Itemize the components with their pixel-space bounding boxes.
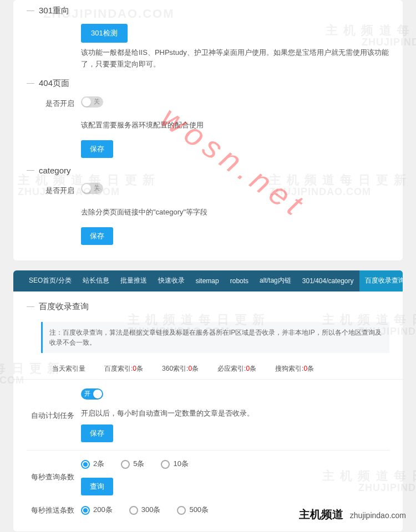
save-auto-task-button[interactable]: 保存: [81, 424, 113, 442]
stats-row: 当天索引量 百度索引:0条 360索引:0条 必应索引:0条 搜狗索引:0条: [13, 359, 403, 380]
radio-icon[interactable]: [177, 506, 186, 515]
radio-icon[interactable]: [81, 506, 90, 515]
nav-item[interactable]: robots: [225, 270, 254, 291]
toggle-category[interactable]: 关: [81, 183, 103, 194]
note-box: 注：百度收录查询，算法是根据文章链接及标题在服务器所在IP区域是否收录，并非本地…: [41, 322, 389, 353]
nav-item[interactable]: 站长信息: [77, 270, 115, 291]
nav-item[interactable]: 快速收录: [153, 270, 190, 291]
section-title-404: 404页面: [13, 75, 403, 92]
push-per-sec-option[interactable]: 500条: [177, 504, 209, 516]
toggle-404[interactable]: 关: [81, 96, 103, 108]
section-title-baidu: 百度收录查询: [13, 298, 403, 315]
radio-icon[interactable]: [81, 460, 90, 469]
nav-item[interactable]: sitemap: [190, 270, 225, 291]
enable-label: 是否开启: [27, 99, 81, 109]
section-title-301: 301重向: [13, 2, 403, 19]
nav-item[interactable]: SEO首页/分类: [23, 270, 77, 291]
save-category-button[interactable]: 保存: [81, 227, 113, 245]
query-per-sec-label: 每秒查询条数: [27, 472, 81, 482]
baidu-panel: SEO首页/分类站长信息批量推送快速收录sitemaprobotsalt/tag…: [13, 270, 403, 531]
auto-task-desc: 开启以后，每小时自动查询一定数量的文章是否收录。: [81, 408, 389, 420]
push-per-sec-option[interactable]: 200条: [81, 504, 113, 516]
footer-watermark: 主机频道 zhujipindao.com: [299, 507, 406, 522]
detect-301-button[interactable]: 301检测: [81, 24, 128, 43]
query-button[interactable]: 查询: [81, 478, 113, 495]
query-per-sec-option[interactable]: 10条: [161, 458, 188, 470]
nav-item[interactable]: 批量推送: [115, 270, 153, 291]
save-404-button[interactable]: 保存: [81, 140, 113, 158]
toggle-auto-task[interactable]: 开: [81, 388, 103, 400]
section-category-desc: 去除分类页面链接中的"category"等字段: [81, 207, 389, 218]
auto-task-label: 自动计划任务: [27, 411, 81, 421]
query-per-sec-option[interactable]: 5条: [121, 458, 144, 470]
section-301-desc: 该功能一般都是给IIS、PHPstudy、护卫神等桌面用户使用。如果您是宝塔用户…: [81, 47, 389, 70]
query-per-sec-option[interactable]: 2条: [81, 458, 104, 470]
nav-item[interactable]: alt/tag内链: [254, 270, 297, 291]
radio-icon[interactable]: [129, 506, 138, 515]
push-per-sec-label: 每秒推送条数: [27, 505, 81, 515]
nav-item[interactable]: 百度收录查询: [359, 270, 403, 291]
radio-icon[interactable]: [161, 460, 170, 469]
nav-item[interactable]: 301/404/category: [297, 270, 359, 291]
push-per-sec-option[interactable]: 300条: [129, 504, 161, 516]
section-404-desc: 该配置需要服务器环境配置的配合使用: [81, 120, 389, 131]
section-title-category: category: [13, 162, 403, 178]
navbar: SEO首页/分类站长信息批量推送快速收录sitemaprobotsalt/tag…: [13, 270, 403, 291]
enable-label: 是否开启: [27, 186, 81, 196]
settings-panel-top: 301重向 301检测 该功能一般都是给IIS、PHPstudy、护卫神等桌面用…: [13, 0, 403, 260]
radio-icon[interactable]: [121, 460, 130, 469]
